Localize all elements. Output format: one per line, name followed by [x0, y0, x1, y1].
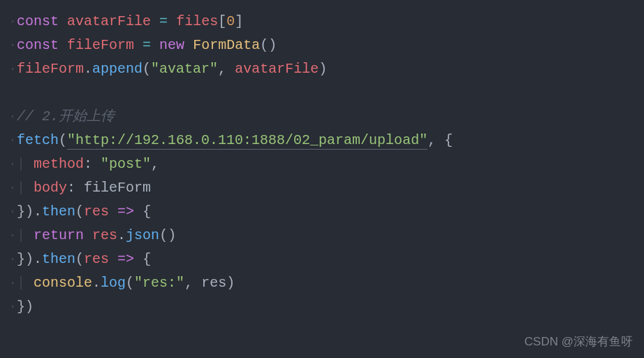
watermark: CSDN @深海有鱼呀 — [525, 330, 633, 354]
code-line: ·const avatarFile = files[0] — [8, 10, 636, 34]
arrow: => — [117, 251, 134, 267]
class-name: FormData — [193, 37, 260, 53]
method: then — [42, 203, 75, 220]
param: res — [84, 251, 109, 267]
code-line: ·| return res.json() — [8, 224, 636, 248]
method: log — [101, 275, 126, 291]
keyword-const: const — [17, 13, 59, 29]
operator: = — [159, 13, 168, 29]
url-string: "http://192.168.0.110:1888/02_param/uplo… — [67, 132, 427, 150]
code-line-comment: ·// 2.开始上传 — [8, 105, 636, 129]
arrow: => — [117, 203, 134, 220]
property: method — [34, 156, 84, 172]
code-line: ·fetch("http://192.168.0.110:1888/02_par… — [8, 129, 636, 152]
code-line: ·}).then(res => { — [8, 200, 636, 224]
code-line: ·fileForm.append("avatar", avatarFile) — [8, 57, 636, 81]
code-block: ·const avatarFile = files[0] ·const file… — [8, 10, 636, 319]
comment: // 2.开始上传 — [17, 108, 115, 124]
string: "avatar" — [151, 61, 218, 77]
code-line: ·const fileForm = new FormData() — [8, 34, 636, 57]
variable: files — [176, 13, 218, 29]
variable: fileForm — [67, 37, 134, 53]
method: then — [42, 251, 75, 267]
variable: fileForm — [84, 180, 151, 196]
variable: res — [201, 275, 226, 291]
variable: res — [92, 227, 117, 243]
number: 0 — [226, 13, 235, 29]
code-line-blank — [8, 81, 636, 105]
keyword-return: return — [34, 227, 84, 243]
keyword-const: const — [17, 37, 59, 53]
object: console — [34, 275, 92, 291]
code-line: ·}) — [8, 295, 636, 319]
variable: fileForm — [17, 61, 84, 77]
method: append — [92, 61, 142, 77]
variable: avatarFile — [235, 61, 319, 77]
code-line: ·| console.log("res:", res) — [8, 271, 636, 295]
property: body — [34, 180, 67, 196]
code-line: ·| body: fileForm — [8, 176, 636, 200]
variable: avatarFile — [67, 13, 151, 29]
code-line: ·| method: "post", — [8, 152, 636, 176]
string: "res:" — [134, 275, 184, 291]
keyword-new: new — [159, 37, 184, 53]
code-line: ·}).then(res => { — [8, 248, 636, 271]
string: "post" — [101, 156, 151, 172]
param: res — [84, 203, 109, 220]
method: json — [126, 227, 159, 243]
function: fetch — [17, 132, 59, 148]
operator: = — [142, 37, 151, 53]
